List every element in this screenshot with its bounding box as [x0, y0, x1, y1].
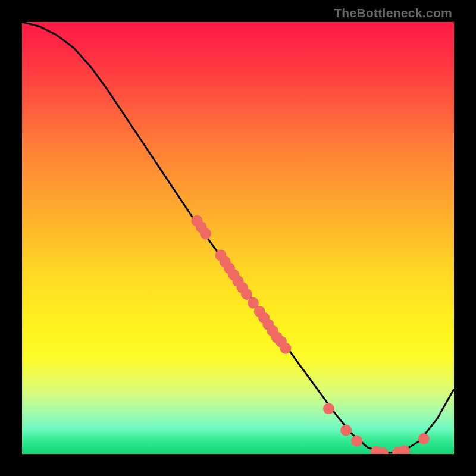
plot-area: [22, 22, 454, 454]
watermark-text: TheBottleneck.com: [334, 6, 452, 20]
chart-container: TheBottleneck.com: [0, 0, 476, 476]
